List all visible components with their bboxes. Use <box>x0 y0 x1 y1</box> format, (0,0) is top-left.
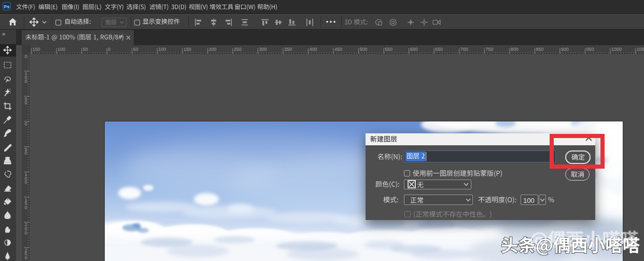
svg-text:0: 0 <box>25 230 27 236</box>
svg-text:550: 550 <box>385 47 393 52</box>
svg-text:350: 350 <box>284 47 292 52</box>
svg-text:0: 0 <box>25 121 27 127</box>
svg-text:850: 850 <box>536 47 543 52</box>
svg-text:0: 0 <box>25 180 27 185</box>
svg-text:1050: 1050 <box>637 47 644 52</box>
svg-text:800: 800 <box>511 47 519 52</box>
svg-text:0: 0 <box>25 150 27 156</box>
svg-text:1000: 1000 <box>611 47 622 52</box>
svg-text:900: 900 <box>561 47 569 52</box>
svg-text:150: 150 <box>33 47 40 52</box>
svg-text:0: 0 <box>25 54 27 59</box>
svg-text:950: 950 <box>586 47 594 52</box>
svg-text:450: 450 <box>334 47 342 52</box>
svg-text:200: 200 <box>208 47 216 52</box>
svg-text:100: 100 <box>58 47 65 52</box>
svg-text:750: 750 <box>485 47 493 52</box>
svg-text:0: 0 <box>25 79 27 84</box>
svg-text:700: 700 <box>460 47 468 52</box>
svg-text:50: 50 <box>133 47 138 52</box>
svg-text:0: 0 <box>25 100 27 105</box>
svg-text:100: 100 <box>158 47 166 52</box>
svg-text:250: 250 <box>234 47 242 52</box>
svg-text:50: 50 <box>83 47 88 52</box>
svg-text:500: 500 <box>360 47 368 52</box>
svg-text:600: 600 <box>410 47 418 52</box>
svg-text:0: 0 <box>108 47 110 52</box>
svg-text:0: 0 <box>25 255 27 260</box>
svg-text:400: 400 <box>309 47 317 52</box>
svg-text:650: 650 <box>435 47 443 52</box>
svg-text:150: 150 <box>184 47 191 52</box>
svg-text:300: 300 <box>259 47 267 52</box>
svg-text:0: 0 <box>25 205 27 210</box>
